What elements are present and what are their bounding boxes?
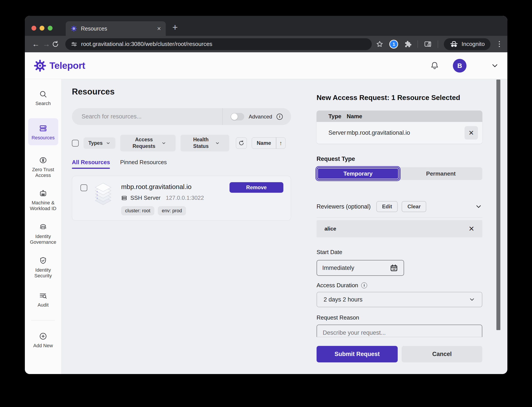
browser-tab[interactable]: Resources × (66, 21, 166, 36)
window-controls (32, 26, 53, 31)
minimize-window-button[interactable] (40, 26, 44, 31)
permanent-option[interactable]: Permanent (399, 167, 482, 180)
reviewers-collapse-chevron-icon[interactable] (475, 203, 482, 210)
browser-menu-icon[interactable] (497, 41, 502, 47)
resource-checkbox[interactable] (80, 184, 87, 191)
new-tab-button[interactable]: + (172, 22, 178, 33)
types-filter-button[interactable]: Types (84, 137, 115, 149)
submit-request-button[interactable]: Submit Request (317, 346, 398, 362)
page-scrollbar-thumb[interactable] (496, 79, 500, 330)
server-icon (121, 195, 127, 201)
user-avatar[interactable]: B (453, 59, 467, 72)
resource-label[interactable]: cluster: root (121, 206, 154, 215)
resource-address: 127.0.0.1:3022 (166, 195, 204, 201)
incognito-label: Incognito (461, 41, 485, 47)
site-settings-icon[interactable] (71, 41, 78, 48)
resource-card[interactable]: mbp.root.gravitational.io SSH Server 127… (72, 176, 291, 221)
row-name: mbp.root.gravitational.io (347, 129, 410, 136)
reload-icon[interactable] (52, 40, 62, 48)
sidebar-item-identity-security[interactable]: Identity Security (27, 256, 60, 278)
search-tabs-icon[interactable] (424, 40, 432, 48)
request-reason-label: Request Reason (317, 314, 482, 321)
select-all-checkbox[interactable] (72, 140, 79, 147)
toolbar-divider (417, 40, 418, 48)
back-icon[interactable]: ← (31, 40, 41, 48)
address-bar[interactable]: root.gravitational.io:3080/web/cluster/r… (65, 38, 372, 50)
audit-log-search-icon (39, 291, 48, 300)
access-requests-filter-button[interactable]: Access Requests (120, 135, 176, 151)
refresh-button[interactable] (236, 137, 247, 149)
start-date-input[interactable]: Immediately 12 (317, 260, 404, 276)
cancel-button[interactable]: Cancel (402, 346, 482, 362)
sidebar-item-resources[interactable]: Resources (28, 118, 58, 146)
fingerprint-icon (39, 223, 48, 231)
resource-kind: SSH Server (130, 195, 160, 201)
browser-toolbar: ← → root.gravitational.io:3080/web/clust… (25, 36, 507, 52)
sidebar-item-search[interactable]: Search (27, 90, 60, 106)
password-manager-extension-icon[interactable]: 1 (389, 40, 398, 48)
extensions-puzzle-icon[interactable] (404, 40, 412, 48)
server-stack-illustration (93, 182, 114, 220)
sort-ascending-icon[interactable]: ↑ (276, 140, 285, 147)
column-header-type: Type (317, 113, 347, 120)
table-row: Server mbp.root.gravitational.io ✕ (317, 122, 482, 144)
tab-title: Resources (81, 25, 157, 32)
bookmark-star-icon[interactable] (376, 40, 384, 48)
forward-icon[interactable]: → (41, 40, 52, 48)
selected-resources-table: Type Name Server mbp.root.gravitational.… (317, 110, 482, 144)
resource-name: mbp.root.gravitational.io (121, 183, 204, 190)
chevron-down-icon (161, 141, 166, 146)
remove-selected-resource-button[interactable]: ✕ (465, 126, 478, 140)
access-duration-value: 2 days 2 hours (324, 296, 363, 303)
notifications-bell-icon[interactable] (429, 61, 440, 71)
page-title: Resources (72, 87, 291, 96)
tab-all-resources[interactable]: All Resources (72, 159, 110, 169)
reviewer-chip: alice ✕ (317, 220, 482, 237)
sidebar-item-zero-trust-access[interactable]: Zero Trust Access (27, 156, 60, 178)
teleport-logo[interactable]: Teleport (34, 59, 85, 72)
remove-resource-button[interactable]: Remove (230, 182, 283, 193)
tab-pinned-resources[interactable]: Pinned Resources (120, 159, 167, 169)
advanced-info-icon[interactable]: i (277, 114, 283, 120)
health-status-filter-button[interactable]: Health Status (181, 135, 229, 151)
sidebar-item-add-new[interactable]: Add New (27, 332, 60, 349)
brand-name: Teleport (49, 60, 85, 71)
teleport-gear-icon (34, 59, 46, 72)
robot-icon (39, 189, 48, 198)
access-duration-label: Access Duration (317, 282, 358, 289)
sort-by-name-button[interactable]: Name ↑ (252, 137, 286, 149)
tab-close-icon[interactable]: × (157, 25, 161, 32)
zoom-window-button[interactable] (48, 26, 53, 31)
remove-reviewer-icon[interactable]: ✕ (468, 225, 474, 233)
column-header-name: Name (347, 113, 362, 120)
calendar-icon[interactable]: 12 (389, 264, 398, 272)
access-duration-info-icon[interactable]: i (361, 282, 367, 288)
sidebar-item-identity-governance[interactable]: Identity Governance (27, 223, 60, 245)
sidebar-nav: Search Resources (25, 79, 62, 374)
sidebar-item-audit[interactable]: Audit (27, 291, 60, 308)
access-duration-select[interactable]: 2 days 2 hours (317, 292, 482, 307)
close-window-button[interactable] (32, 26, 36, 31)
panel-title: New Access Request: 1 Resource Selected (317, 94, 482, 102)
clear-reviewers-button[interactable]: Clear (402, 201, 426, 212)
incognito-spy-icon (450, 40, 458, 48)
url-text: root.gravitational.io:3080/web/cluster/r… (81, 41, 212, 47)
request-type-label: Request Type (317, 156, 482, 162)
teleport-header: Teleport B (25, 52, 507, 79)
row-type: Server (317, 129, 347, 136)
reviewer-name: alice (325, 226, 336, 232)
resource-label[interactable]: env: prod (158, 206, 186, 215)
toolbar-divider (438, 40, 438, 48)
temporary-option[interactable]: Temporary (317, 167, 399, 180)
edit-reviewers-button[interactable]: Edit (376, 201, 398, 212)
search-input[interactable] (82, 113, 222, 120)
advanced-toggle[interactable] (230, 113, 244, 120)
resource-search-bar: Advanced i (72, 108, 291, 125)
sidebar-item-machine-workload-id[interactable]: Machine & Workload ID (27, 189, 60, 211)
reviewers-label: Reviewers (optional) (317, 203, 371, 210)
request-reason-textarea[interactable] (317, 325, 482, 337)
chevron-down-icon (469, 296, 475, 303)
tab-strip: Resources × + (25, 16, 507, 36)
user-menu-chevron-down-icon[interactable] (491, 62, 499, 70)
refresh-icon (238, 140, 245, 146)
